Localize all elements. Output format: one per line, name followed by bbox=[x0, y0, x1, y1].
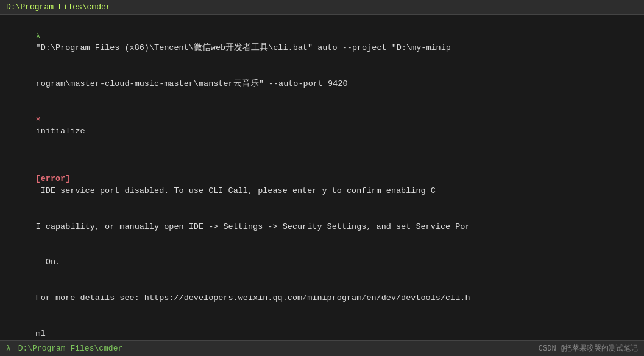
cmd-line-3: × initialize bbox=[6, 102, 638, 149]
lambda-prompt-1: λ bbox=[36, 32, 46, 41]
blank-1 bbox=[6, 149, 638, 161]
error-label-1: [error] bbox=[36, 174, 71, 183]
error-en-4: For more details see: https://developers… bbox=[6, 280, 638, 316]
terminal: D:\Program Files\cmder λ "D:\Program Fil… bbox=[0, 0, 644, 356]
cmd-text-2: rogram\master-cloud-music-master\manster… bbox=[36, 79, 348, 88]
error-en-5: ml bbox=[6, 316, 638, 340]
error-text-3: On. bbox=[36, 257, 61, 267]
footer-path: λ D:\Program Files\cmder bbox=[6, 344, 122, 353]
error-en-1: [error] IDE service port disabled. To us… bbox=[6, 161, 638, 209]
footer-path-text: D:\Program Files\cmder bbox=[18, 344, 123, 353]
title-bar: D:\Program Files\cmder bbox=[0, 0, 644, 15]
error-text-1: IDE service port disabled. To use CLI Ca… bbox=[36, 186, 436, 195]
title-text: D:\Program Files\cmder bbox=[6, 2, 111, 12]
cmd-line-2: rogram\master-cloud-music-master\manster… bbox=[6, 66, 638, 102]
cmd-text-3: initialize bbox=[36, 127, 85, 136]
error-text-4: For more details see: https://developers… bbox=[36, 293, 470, 302]
terminal-content: λ "D:\Program Files (x86)\Tencent\微信web开… bbox=[0, 15, 644, 340]
footer-lambda: λ bbox=[6, 344, 11, 353]
cmd-line-1: λ "D:\Program Files (x86)\Tencent\微信web开… bbox=[6, 18, 638, 66]
error-en-3: On. bbox=[6, 245, 638, 281]
footer-brand: CSDN @把苹果咬哭的测试笔记 bbox=[539, 343, 638, 354]
cross-icon-1: × bbox=[36, 115, 46, 124]
error-text-2: I capability, or manually open IDE -> Se… bbox=[36, 222, 470, 231]
cmd-text-1: "D:\Program Files (x86)\Tencent\微信web开发者… bbox=[36, 43, 451, 52]
footer-bar: λ D:\Program Files\cmder CSDN @把苹果咬哭的测试笔… bbox=[0, 340, 644, 356]
error-en-2: I capability, or manually open IDE -> Se… bbox=[6, 209, 638, 245]
error-text-5: ml bbox=[36, 329, 46, 338]
